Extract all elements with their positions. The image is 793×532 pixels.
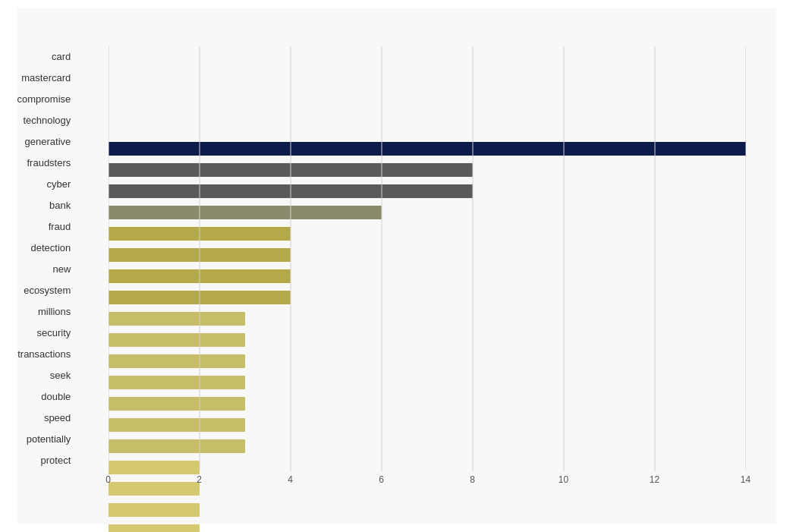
y-label-bank: bank xyxy=(17,195,77,216)
y-label-seek: seek xyxy=(17,365,77,386)
bar-row-security xyxy=(109,323,746,342)
bar-row-compromise xyxy=(109,89,746,109)
bar-row-protect xyxy=(109,450,746,470)
x-tick-8: 8 xyxy=(470,474,475,485)
bar-row-cyber xyxy=(109,174,746,194)
bar-row-mastercard xyxy=(109,68,746,87)
y-label-security: security xyxy=(17,323,77,344)
bar-row-millions xyxy=(109,301,746,321)
y-label-detection: detection xyxy=(17,238,77,259)
y-label-compromise: compromise xyxy=(17,89,77,110)
bar-row-ecosystem xyxy=(109,280,746,300)
y-label-ecosystem: ecosystem xyxy=(17,280,77,301)
y-label-transactions: transactions xyxy=(17,344,77,365)
y-label-technology: technology xyxy=(17,110,77,131)
bar-row-speed xyxy=(109,408,746,427)
y-label-speed: speed xyxy=(17,408,77,429)
y-label-fraud: fraud xyxy=(17,216,77,238)
bar-row-fraudsters xyxy=(109,153,746,172)
x-tick-10: 10 xyxy=(559,474,568,485)
chart-container: cardmastercardcompromisetechnologygenera… xyxy=(17,8,776,524)
y-label-double: double xyxy=(17,386,77,408)
x-tick-2: 2 xyxy=(197,474,202,485)
bar-row-new xyxy=(109,259,746,279)
bar-row-detection xyxy=(109,238,746,257)
y-label-millions: millions xyxy=(17,301,77,323)
bar-row-potentially xyxy=(109,429,746,449)
bar-row-fraud xyxy=(109,216,746,236)
x-tick-4: 4 xyxy=(288,474,293,485)
bar-row-technology xyxy=(109,110,746,130)
bars-area xyxy=(109,46,746,471)
x-axis: 02468101214 xyxy=(109,474,746,490)
y-axis-labels: cardmastercardcompromisetechnologygenera… xyxy=(17,46,77,471)
y-label-protect: protect xyxy=(17,450,77,471)
bar-potentially xyxy=(109,524,200,533)
x-tick-12: 12 xyxy=(650,474,659,485)
y-label-cyber: cyber xyxy=(17,174,77,195)
y-label-card: card xyxy=(17,46,77,68)
x-tick-0: 0 xyxy=(105,474,111,485)
bar-row-double xyxy=(109,386,746,406)
bar-row-bank xyxy=(109,195,746,215)
x-tick-6: 6 xyxy=(379,474,384,485)
y-label-potentially: potentially xyxy=(17,429,77,450)
bar-row-transactions xyxy=(109,344,746,364)
y-label-new: new xyxy=(17,259,77,280)
bar-row-seek xyxy=(109,365,746,385)
y-label-fraudsters: fraudsters xyxy=(17,153,77,174)
y-label-generative: generative xyxy=(17,131,77,153)
bar-row-card xyxy=(109,46,746,66)
bar-speed xyxy=(109,503,200,517)
x-tick-14: 14 xyxy=(741,474,751,485)
bar-row-generative xyxy=(109,131,746,151)
y-label-mastercard: mastercard xyxy=(17,68,77,89)
